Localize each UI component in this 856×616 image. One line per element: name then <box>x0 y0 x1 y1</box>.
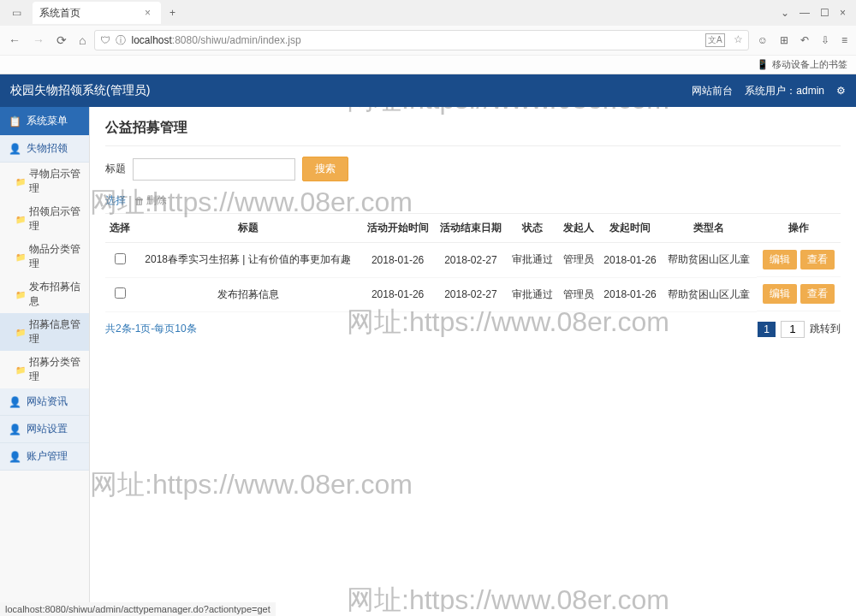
pager-current[interactable]: 1 <box>758 322 776 337</box>
extensions-icon[interactable]: ⊞ <box>780 34 788 46</box>
pager-goto-input[interactable] <box>781 321 805 338</box>
view-button[interactable]: 查看 <box>800 284 835 304</box>
reload-button[interactable]: ⟳ <box>56 33 67 47</box>
sidebar-item[interactable]: 📁寻物启示管理 <box>0 163 89 200</box>
browser-chrome: ▭ 系统首页 × + ⌄ — ☐ × ← → ⟳ ⌂ 🛡 ⓘ localhost… <box>0 0 856 74</box>
cell-status: 审批通过 <box>508 277 559 311</box>
chevron-down-icon[interactable]: ⌄ <box>781 7 789 19</box>
sidebar-cat-settings[interactable]: 👤 网站设置 <box>0 416 89 443</box>
list-icon: 📋 <box>9 116 21 127</box>
close-icon[interactable]: × <box>141 7 154 19</box>
url-host: localhost <box>131 34 171 46</box>
folder-icon: 📁 <box>15 177 26 187</box>
home-button[interactable]: ⌂ <box>79 33 86 47</box>
status-bar: localhost:8080/shiwu/admin/acttypemanage… <box>0 602 276 612</box>
account-icon[interactable]: ☺ <box>758 34 768 46</box>
close-window-icon[interactable]: × <box>840 7 846 19</box>
folder-icon: 📁 <box>15 290 26 299</box>
table-header: 操作 <box>757 214 841 243</box>
bulk-action-row: 选择 🗑 删除 <box>105 193 841 208</box>
pager-info: 共2条-1页-每页10条 <box>105 322 197 336</box>
folder-icon: 📁 <box>15 365 26 375</box>
translate-icon[interactable]: 文A <box>705 33 725 47</box>
table-header: 类型名 <box>662 214 757 243</box>
minimize-icon[interactable]: — <box>800 7 810 19</box>
bookmark-star-icon[interactable]: ☆ <box>734 33 743 47</box>
folder-icon: 📁 <box>15 215 26 224</box>
edit-button[interactable]: 编辑 <box>763 250 797 270</box>
history-icon[interactable]: ↶ <box>800 34 809 46</box>
cell-start: 2018-01-26 <box>361 243 434 278</box>
row-checkbox[interactable] <box>115 287 126 299</box>
front-site-link[interactable]: 网站前台 <box>692 84 733 98</box>
table-header: 状态 <box>508 214 559 243</box>
delete-link[interactable]: 🗑 删除 <box>134 193 167 208</box>
row-checkbox[interactable] <box>115 253 126 264</box>
back-button[interactable]: ← <box>9 33 21 47</box>
url-path: /shiwu/admin/index.jsp <box>198 34 301 46</box>
forward-button: → <box>33 33 45 47</box>
table-header: 选择 <box>105 214 134 243</box>
table-header: 活动开始时间 <box>361 214 434 243</box>
cell-created: 2018-01-26 <box>598 277 662 311</box>
page-title: 公益招募管理 <box>105 107 841 146</box>
sidebar: 📋 系统菜单 👤 失物招领 📁寻物启示管理📁招领启示管理📁物品分类管理📁发布招募… <box>0 107 90 612</box>
bookmark-bar: 📱 移动设备上的书签 <box>0 55 856 74</box>
user-icon: 👤 <box>9 396 21 408</box>
cell-title: 发布招募信息 <box>134 277 361 311</box>
url-input[interactable]: 🛡 ⓘ localhost:8080/shiwu/admin/index.jsp… <box>94 30 748 50</box>
data-table: 选择标题活动开始时间活动结束日期状态发起人发起时间类型名操作 2018春季实习生… <box>105 213 841 312</box>
table-header: 活动结束日期 <box>434 214 507 243</box>
edit-button[interactable]: 编辑 <box>763 284 797 304</box>
new-tab-button[interactable]: + <box>161 7 184 19</box>
cell-owner: 管理员 <box>558 243 598 278</box>
watermark: 网址:https://www.08er.com <box>347 582 669 612</box>
user-icon: 👤 <box>9 451 21 463</box>
cell-status: 审批通过 <box>508 243 559 278</box>
select-link[interactable]: 选择 <box>105 193 126 208</box>
tab-title: 系统首页 <box>39 6 80 21</box>
view-button[interactable]: 查看 <box>800 250 835 270</box>
user-icon: 👤 <box>9 424 21 435</box>
address-bar: ← → ⟳ ⌂ 🛡 ⓘ localhost:8080/shiwu/admin/i… <box>0 26 856 55</box>
search-row: 标题 搜索 <box>105 157 841 181</box>
gear-icon[interactable]: ⚙ <box>836 85 846 97</box>
cell-start: 2018-01-26 <box>361 277 434 311</box>
menu-icon[interactable]: ≡ <box>841 34 847 46</box>
pager-jump[interactable]: 跳转到 <box>810 322 841 336</box>
table-row: 发布招募信息2018-01-262018-02-27审批通过管理员2018-01… <box>105 277 841 311</box>
sidebar-cat-news[interactable]: 👤 网站资讯 <box>0 388 89 416</box>
cell-end: 2018-02-27 <box>434 277 507 311</box>
browser-tab[interactable]: 系统首页 × <box>33 2 161 24</box>
bookmark-item[interactable]: 移动设备上的书签 <box>772 58 847 71</box>
table-header: 标题 <box>134 214 361 243</box>
downloads-icon[interactable]: ⇩ <box>821 34 829 46</box>
main-panel: 网址:https://www.08er.com 网址:https://www.0… <box>90 107 856 612</box>
watermark: 网址:https://www.08er.com <box>90 466 413 504</box>
sidebar-item[interactable]: 📁招募分类管理 <box>0 351 89 388</box>
sidebar-cat-account[interactable]: 👤 账户管理 <box>0 443 89 471</box>
sidebar-item[interactable]: 📁物品分类管理 <box>0 238 89 275</box>
folder-icon: 📁 <box>15 252 26 262</box>
table-header: 发起人 <box>558 214 598 243</box>
sidebar-item[interactable]: 📁招领启示管理 <box>0 200 89 238</box>
cell-end: 2018-02-27 <box>434 243 507 278</box>
maximize-icon[interactable]: ☐ <box>820 7 829 19</box>
tabs-icon[interactable]: ▭ <box>3 3 29 22</box>
cell-type: 帮助贫困山区儿童 <box>662 277 757 311</box>
info-icon: ⓘ <box>116 33 126 48</box>
search-button[interactable]: 搜索 <box>302 157 348 181</box>
search-input[interactable] <box>133 158 295 181</box>
shield-icon: 🛡 <box>100 34 110 46</box>
sidebar-item[interactable]: 📁发布招募信息 <box>0 275 89 313</box>
sidebar-cat-lostfound[interactable]: 👤 失物招领 <box>0 135 89 163</box>
user-icon: 👤 <box>9 143 21 155</box>
user-info: 系统用户：admin <box>745 84 824 98</box>
cell-title: 2018春季实习生招募 | 让有价值的事更加有趣 <box>134 243 361 278</box>
pager: 共2条-1页-每页10条 1 跳转到 <box>105 321 841 338</box>
app-header: 校园失物招领系统(管理员) 网站前台 系统用户：admin ⚙ <box>0 74 856 107</box>
sidebar-item[interactable]: 📁招募信息管理 <box>0 313 89 351</box>
search-label: 标题 <box>105 162 126 176</box>
sidebar-header: 📋 系统菜单 <box>0 107 89 135</box>
cell-owner: 管理员 <box>558 277 598 311</box>
